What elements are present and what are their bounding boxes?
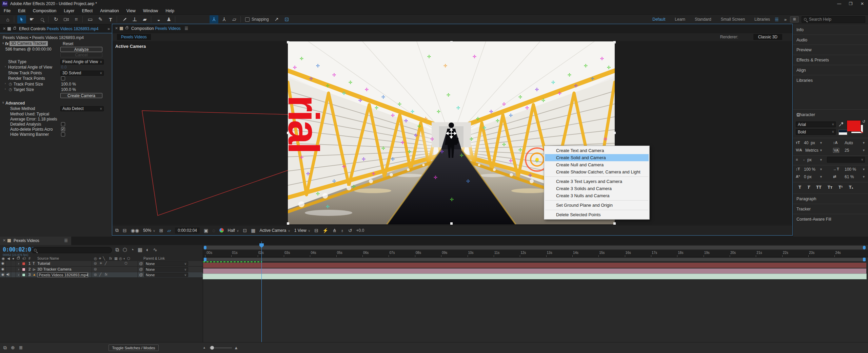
track-point[interactable] — [445, 65, 446, 66]
track-point[interactable] — [353, 186, 354, 187]
swap-fill-stroke-icon[interactable]: ↺ — [862, 119, 865, 124]
view-axis-mode-icon[interactable]: ▱ — [230, 15, 239, 23]
work-area-end-handle[interactable] — [863, 258, 866, 261]
panel-tab-align[interactable]: Align — [793, 65, 868, 75]
timeline-tracks[interactable]: :00s01s02s03s04s05s06s07s08s09s10s11s12s… — [203, 245, 868, 342]
menu-item-create-solid-and-camera[interactable]: Create Solid and Camera — [545, 154, 649, 161]
track-point[interactable] — [360, 100, 361, 101]
number-column[interactable]: # — [28, 256, 31, 260]
parent-pickwhip-icon[interactable]: @ — [139, 267, 143, 271]
vertical-scale-caret[interactable]: ▼ — [820, 168, 823, 171]
track-point[interactable] — [592, 78, 593, 79]
eraser-tool-icon[interactable]: ▰ — [140, 15, 149, 23]
parent-pickwhip-icon[interactable]: @ — [139, 261, 143, 265]
switch-slash-icon[interactable]: ╱ — [99, 273, 101, 276]
layer-duration-bar-2[interactable] — [203, 268, 866, 274]
track-point[interactable] — [334, 181, 335, 182]
timeline-zoom-slider[interactable]: ▲ ▲ — [203, 345, 243, 351]
track-point[interactable] — [536, 89, 537, 90]
stroke-style-dropdown[interactable]: ∨ — [827, 157, 865, 163]
clone-stamp-tool-icon[interactable]: ⊥ — [130, 15, 139, 23]
frame-blending-icon[interactable]: ▦ — [138, 247, 142, 252]
timeline-search-input[interactable] — [31, 247, 112, 253]
track-point[interactable] — [448, 94, 449, 95]
horizontal-scale-value[interactable]: 100 % — [845, 167, 856, 172]
transparency-grid-icon[interactable]: ▦ — [251, 228, 255, 233]
resolution-dropdown[interactable]: Half∨ — [228, 228, 239, 233]
tracking-caret[interactable]: ▼ — [862, 149, 865, 152]
switch-fx-icon[interactable]: fx — [105, 273, 107, 276]
faux-style-0[interactable]: T — [798, 185, 801, 190]
stroke-width-caret[interactable]: ▼ — [820, 158, 823, 162]
panel-tab-character[interactable]: Character ☰ — [793, 109, 868, 119]
fill-over-stroke-icon[interactable] — [839, 130, 847, 135]
world-axis-mode-icon[interactable]: ⅄ — [220, 15, 229, 23]
track-point[interactable] — [559, 93, 560, 94]
composition-mini-flowchart-icon[interactable]: ⧉ — [115, 247, 119, 252]
track-point[interactable] — [301, 58, 302, 59]
pixel-aspect-icon[interactable]: ⊟ — [314, 228, 318, 233]
work-area-bar[interactable] — [204, 258, 866, 261]
tab-composition[interactable]: Composition Pexels Videos ☰ — [131, 26, 188, 31]
zoom-out-icon[interactable]: ▲ — [203, 346, 206, 349]
composition-viewport[interactable]: Active Camera — [113, 41, 792, 225]
reset-exposure-icon[interactable]: ↺ — [348, 228, 352, 233]
switch-quality-icon[interactable]: ☀ — [99, 261, 102, 265]
track-point[interactable] — [432, 138, 433, 140]
menu-window[interactable]: Window — [139, 7, 162, 14]
faux-style-5[interactable]: T₁ — [849, 185, 853, 190]
track-point[interactable] — [543, 100, 544, 101]
stopwatch-icon[interactable]: ◷ — [9, 87, 12, 92]
switches-columns-icons[interactable]: ◎☀╲ — [94, 256, 106, 260]
tsume-value[interactable]: 61 % — [845, 174, 854, 179]
track-point[interactable] — [510, 115, 511, 116]
track-point[interactable] — [412, 111, 413, 112]
puppet-pin-tool-icon[interactable]: ♟ — [164, 15, 173, 23]
track-point[interactable] — [350, 82, 351, 83]
renderer-button[interactable]: Classic 3D — [753, 34, 782, 40]
menu-edit[interactable]: Edit — [14, 7, 29, 14]
track-point-size-value[interactable]: 100.0 % — [61, 82, 76, 87]
panel-menu-icon[interactable]: » — [107, 26, 109, 31]
panel-tab-effects-presets[interactable]: Effects & Presets — [793, 55, 868, 65]
track-point[interactable] — [477, 118, 478, 119]
track-point[interactable] — [343, 166, 344, 167]
track-point[interactable] — [363, 159, 364, 160]
layer-visibility-icon[interactable]: ◉ — [1, 267, 4, 271]
track-point[interactable] — [504, 144, 505, 145]
track-point[interactable] — [471, 138, 472, 140]
expand-inout-panes-icon[interactable]: ≣ — [19, 345, 23, 350]
track-point[interactable] — [468, 181, 469, 182]
target-size-value[interactable]: 100.0 % — [61, 87, 76, 92]
graph-editor-icon[interactable]: ∿ — [153, 247, 157, 252]
vertical-scale-value[interactable]: 100 % — [804, 167, 815, 172]
track-point[interactable] — [605, 138, 606, 140]
font-size-value[interactable]: 40 — [804, 141, 808, 145]
switch-collapse-icon[interactable]: ◎ — [94, 261, 97, 265]
panel-tab-libraries[interactable]: Libraries — [793, 75, 868, 85]
workspace-tab-standard[interactable]: Standard — [690, 17, 716, 22]
solo-column-icon[interactable]: ● — [12, 256, 14, 260]
lock-icon[interactable] — [13, 27, 16, 30]
layer-handle[interactable] — [287, 132, 289, 134]
track-point[interactable] — [569, 74, 570, 75]
layer-visibility-icon[interactable]: ◉ — [1, 273, 4, 276]
analyze-button[interactable]: Analyze — [60, 47, 102, 52]
workspace-tab-default[interactable]: Default — [648, 17, 670, 22]
zoom-slider-knob[interactable] — [210, 346, 214, 350]
horizontal-scale-caret[interactable]: ▼ — [862, 168, 865, 171]
menu-item-create-3-solids-and-camera[interactable]: Create 3 Solids and Camera — [545, 185, 649, 192]
twirl-icon[interactable]: › — [5, 82, 6, 85]
blend-blur-3d-columns-icons[interactable]: ▦◎◐⬡ — [114, 256, 132, 260]
menu-file[interactable]: File — [0, 7, 14, 14]
view-layout-dropdown[interactable]: 1 View∨ — [294, 228, 310, 233]
tab-menu-icon[interactable]: ☰ — [64, 238, 68, 243]
panel-tab-audio[interactable]: Audio — [793, 35, 868, 45]
tab-menu-icon[interactable]: ☰ — [184, 26, 188, 31]
faux-style-2[interactable]: TT — [816, 185, 822, 190]
show-channel-icon[interactable] — [219, 228, 224, 233]
shape-tool-icon[interactable]: ▭ — [86, 15, 95, 23]
playhead-line[interactable] — [261, 241, 262, 342]
parent-pickwhip-icon[interactable]: @ — [139, 273, 143, 277]
fx-column-icon[interactable]: fx — [109, 256, 112, 260]
